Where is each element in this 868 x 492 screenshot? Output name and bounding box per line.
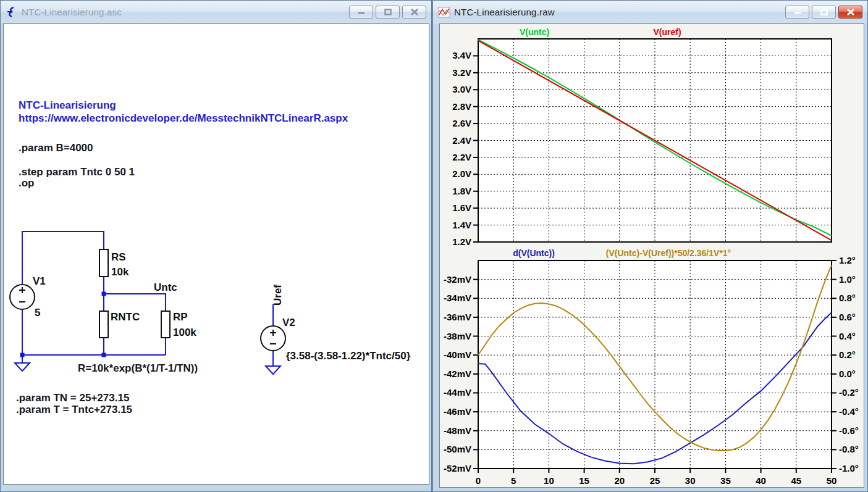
x-axis-tick-label: 15 xyxy=(579,475,589,486)
x-axis-tick-label: 35 xyxy=(720,475,731,486)
y-axis-tick-label: 1.2V xyxy=(452,236,471,247)
minimize-button[interactable] xyxy=(785,6,809,19)
y-axis-tick-label: -48mV xyxy=(444,425,471,436)
resistor-rntc[interactable] xyxy=(99,311,108,338)
ground-symbol-v1[interactable] xyxy=(15,363,30,371)
right-axis-tick-label: 0.8° xyxy=(839,293,856,303)
y-axis-tick-label: -50mV xyxy=(444,444,471,454)
right-axis-tick-label: -0.8° xyxy=(839,444,859,454)
voltage-source-v1[interactable] xyxy=(10,285,35,309)
x-axis-tick-label: 20 xyxy=(614,475,625,486)
y-axis-tick-label: -52mV xyxy=(444,463,471,473)
x-axis-tick-label: 40 xyxy=(756,475,766,486)
trace-legend-label[interactable]: V(uref) xyxy=(653,27,681,37)
wires[interactable] xyxy=(22,231,273,366)
right-axis-tick-label: 0.0° xyxy=(839,369,856,379)
y-axis-tick-label: -44mV xyxy=(444,387,471,398)
net-label-uref[interactable]: Uref xyxy=(272,285,284,306)
y-axis-tick-label: 1.6V xyxy=(452,202,471,213)
rs-value[interactable]: 10k xyxy=(111,266,129,278)
waveform-window: NTC-Linearisierung.raw 3.4V3.2V3.0V2.8V2… xyxy=(432,0,868,492)
right-axis-tick-label: 0.2° xyxy=(839,349,856,360)
y-axis-tick-label: -40mV xyxy=(444,349,471,360)
minimize-button[interactable] xyxy=(349,6,373,19)
v1-name[interactable]: V1 xyxy=(33,275,46,287)
v1-value[interactable]: 5 xyxy=(35,307,40,319)
trace-legend-label[interactable]: (V(Untc)-V(Uref))*50/2.36/1V*1° xyxy=(606,248,731,258)
directive-param-tn[interactable]: .param TN = 25+273.15 xyxy=(16,392,129,404)
right-axis-tick-label: -0.2° xyxy=(839,387,859,398)
y-axis-tick-label: -34mV xyxy=(444,293,471,303)
maximize-button[interactable] xyxy=(812,6,836,19)
x-axis-tick-label: 10 xyxy=(544,475,554,486)
schematic-url[interactable]: https://www.electronicdeveloper.de/Messt… xyxy=(19,112,348,124)
y-axis-tick-label: -32mV xyxy=(444,274,471,285)
y-axis-tick-label: 3.2V xyxy=(452,67,471,78)
schematic-titlebar[interactable]: NTC-Linearisierung.asc xyxy=(1,1,431,23)
directive-param-t[interactable]: .param T = Tntc+273.15 xyxy=(16,404,132,415)
waveform-window-title: NTC-Linearisierung.raw xyxy=(454,7,555,17)
trace-legend-label[interactable]: d(V(Untc)) xyxy=(513,248,555,258)
schematic-window-title: NTC-Linearisierung.asc xyxy=(22,7,122,17)
y-axis-tick-label: 3.0V xyxy=(452,84,471,94)
y-axis-tick-label: 1.8V xyxy=(452,186,471,196)
desktop: NTC-Linearisierung.asc NTC-Linearisierun… xyxy=(0,0,868,492)
schematic-window-controls xyxy=(349,6,426,19)
waveform-titlebar[interactable]: NTC-Linearisierung.raw xyxy=(433,1,867,23)
y-axis-tick-label: 2.2V xyxy=(452,152,471,162)
x-axis-tick-label: 50 xyxy=(827,475,837,486)
y-axis-tick-label: 3.4V xyxy=(452,50,471,60)
y-axis-tick-label: 2.0V xyxy=(452,169,471,179)
resistor-rs[interactable] xyxy=(99,249,108,277)
right-axis-tick-label: -0.6° xyxy=(839,425,859,436)
voltage-source-v2[interactable] xyxy=(261,326,285,351)
y-axis-tick-label: 1.4V xyxy=(452,220,471,230)
maximize-button[interactable] xyxy=(376,6,400,19)
right-axis-tick-label: 0.6° xyxy=(839,312,856,322)
close-button[interactable] xyxy=(402,6,426,19)
y-axis-tick-label: 2.6V xyxy=(452,118,471,128)
waveform-window-controls xyxy=(785,6,862,19)
directive-op[interactable]: .op xyxy=(19,177,35,189)
top-plot-pane[interactable]: 3.4V3.2V3.0V2.8V2.6V2.4V2.2V2.0V1.8V1.6V… xyxy=(452,27,832,247)
right-axis-tick-label: 1.0° xyxy=(839,274,856,285)
close-button[interactable] xyxy=(838,6,862,19)
x-axis-tick-label: 25 xyxy=(650,475,660,486)
x-axis-tick-label: 5 xyxy=(511,475,516,486)
y-axis-tick-label: -36mV xyxy=(444,312,471,322)
schematic-window: NTC-Linearisierung.asc NTC-Linearisierun… xyxy=(0,0,432,492)
rs-name[interactable]: RS xyxy=(111,251,126,263)
ground-symbol-v2[interactable] xyxy=(266,366,280,374)
waveform-plot-area[interactable]: 3.4V3.2V3.0V2.8V2.6V2.4V2.2V2.0V1.8V1.6V… xyxy=(440,24,864,487)
v2-name[interactable]: V2 xyxy=(282,317,295,328)
rp-value[interactable]: 100k xyxy=(173,327,196,338)
net-label-untc[interactable]: Untc xyxy=(154,281,177,293)
v2-value[interactable]: {3.58-(3.58-1.22)*Tntc/50} xyxy=(286,350,411,362)
right-axis-tick-label: 1.2° xyxy=(839,255,856,265)
rntc-name[interactable]: RNTC xyxy=(111,311,140,323)
ntc-formula[interactable]: R=10k*exp(B*(1/T-1/TN)) xyxy=(78,362,198,374)
y-axis-tick-label: 2.4V xyxy=(452,135,471,146)
right-axis-tick-label: -0.4° xyxy=(839,406,859,417)
right-axis-tick-label: 0.4° xyxy=(839,331,856,341)
right-axis-tick-label: -1.0° xyxy=(839,463,859,473)
directive-param-b[interactable]: .param B=4000 xyxy=(19,142,93,154)
ltspice-schematic-icon xyxy=(6,6,18,19)
ltspice-waveform-icon xyxy=(438,6,450,19)
schematic-heading[interactable]: NTC-Linearisierung xyxy=(19,99,116,111)
y-axis-tick-label: -46mV xyxy=(444,406,471,417)
x-axis-tick-label: 0 xyxy=(476,475,481,486)
x-axis-tick-label: 45 xyxy=(791,475,801,486)
rp-name[interactable]: RP xyxy=(173,311,188,323)
resistor-rp[interactable] xyxy=(161,311,170,338)
y-axis-tick-label: -38mV xyxy=(444,331,471,341)
y-axis-tick-label: -42mV xyxy=(444,369,471,379)
x-axis-tick-label: 30 xyxy=(685,475,696,486)
schematic-canvas[interactable]: NTC-Linearisierung https://www.electroni… xyxy=(3,23,429,485)
directive-step[interactable]: .step param Tntc 0 50 1 xyxy=(19,166,135,178)
y-axis-tick-label: 2.8V xyxy=(452,101,471,112)
waveform-client: 3.4V3.2V3.0V2.8V2.6V2.4V2.2V2.0V1.8V1.6V… xyxy=(439,23,864,488)
bottom-plot-pane[interactable]: -32mV-34mV-36mV-38mV-40mV-42mV-44mV-46mV… xyxy=(444,248,859,486)
trace-legend-label[interactable]: V(untc) xyxy=(520,27,549,37)
